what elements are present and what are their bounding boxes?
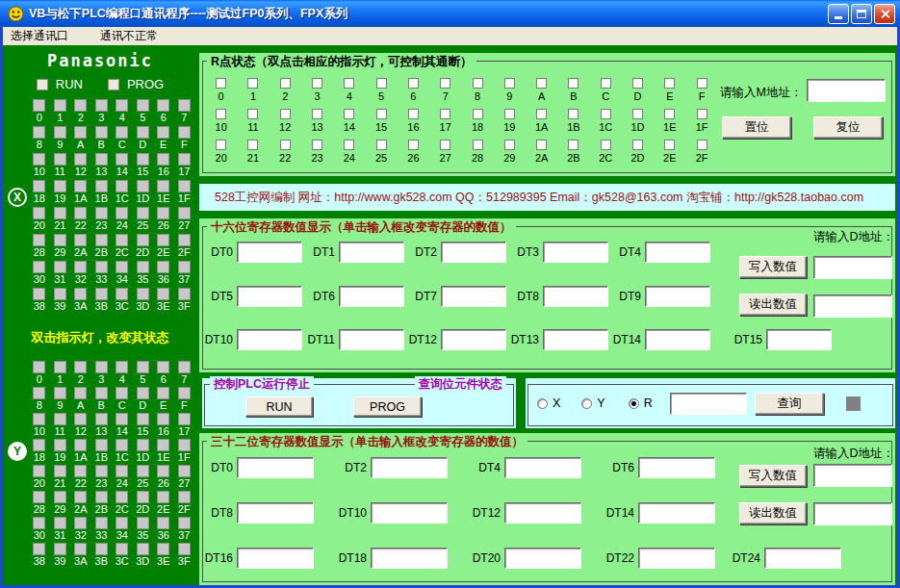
led-cell[interactable]: 2F bbox=[174, 491, 195, 517]
led-indicator[interactable] bbox=[116, 387, 128, 399]
r-led-indicator[interactable] bbox=[664, 109, 675, 119]
led-cell[interactable]: 32 bbox=[70, 261, 91, 288]
led-indicator[interactable] bbox=[137, 234, 149, 246]
led-indicator[interactable] bbox=[178, 465, 191, 477]
led-cell[interactable]: 23 bbox=[91, 465, 113, 491]
led-indicator[interactable] bbox=[178, 439, 191, 451]
led-indicator[interactable] bbox=[137, 126, 149, 139]
radio-group-y[interactable]: Y bbox=[581, 396, 604, 410]
register-input[interactable] bbox=[339, 286, 404, 307]
register-input[interactable] bbox=[504, 548, 581, 569]
run-indicator[interactable] bbox=[37, 79, 48, 90]
led-cell[interactable]: 8 bbox=[29, 387, 50, 413]
r-led-cell[interactable]: B bbox=[557, 78, 589, 109]
r-led-cell[interactable]: 15 bbox=[365, 109, 397, 140]
set-button[interactable]: 置位 bbox=[722, 116, 791, 139]
led-cell[interactable]: 1C bbox=[112, 180, 133, 207]
led-indicator[interactable] bbox=[74, 413, 87, 425]
register-input[interactable] bbox=[543, 286, 608, 307]
title-bar[interactable]: VB与松下PLC编程口通讯程序----测试过FP0系列、FPX系列 bbox=[0, 0, 900, 27]
led-indicator[interactable] bbox=[54, 99, 66, 112]
led-indicator[interactable] bbox=[137, 99, 149, 112]
r-led-cell[interactable]: 8 bbox=[461, 78, 493, 109]
led-cell[interactable]: 3A bbox=[70, 543, 91, 569]
r-led-indicator[interactable] bbox=[568, 78, 579, 89]
led-cell[interactable]: C bbox=[112, 387, 133, 413]
led-indicator[interactable] bbox=[116, 234, 128, 246]
led-cell[interactable]: 28 bbox=[29, 234, 50, 261]
led-indicator[interactable] bbox=[157, 153, 169, 166]
led-indicator[interactable] bbox=[178, 126, 191, 139]
r-led-cell[interactable]: 3 bbox=[301, 78, 333, 109]
minimize-button[interactable] bbox=[828, 4, 849, 24]
r-led-indicator[interactable] bbox=[280, 78, 291, 89]
led-cell[interactable]: 3C bbox=[112, 288, 133, 315]
led-indicator[interactable] bbox=[95, 517, 108, 529]
led-cell[interactable]: 10 bbox=[29, 413, 50, 439]
r-led-indicator[interactable] bbox=[601, 78, 611, 89]
radio-y[interactable] bbox=[581, 398, 592, 409]
r-led-indicator[interactable] bbox=[601, 109, 611, 119]
led-indicator[interactable] bbox=[137, 517, 149, 529]
led-cell[interactable]: 2E bbox=[153, 234, 174, 261]
led-indicator[interactable] bbox=[157, 517, 169, 529]
led-indicator[interactable] bbox=[157, 413, 169, 425]
led-indicator[interactable] bbox=[54, 153, 66, 166]
r-led-cell[interactable]: 0 bbox=[205, 78, 237, 109]
led-cell[interactable]: 26 bbox=[153, 207, 174, 234]
led-indicator[interactable] bbox=[178, 288, 191, 300]
led-cell[interactable]: 3D bbox=[133, 288, 154, 315]
led-cell[interactable]: 3F bbox=[174, 288, 195, 315]
led-indicator[interactable] bbox=[54, 126, 66, 139]
led-cell[interactable]: 33 bbox=[91, 517, 113, 543]
led-cell[interactable]: 11 bbox=[50, 153, 71, 180]
led-cell[interactable]: 13 bbox=[91, 413, 113, 439]
led-cell[interactable]: 2B bbox=[91, 234, 113, 261]
r-led-indicator[interactable] bbox=[536, 78, 547, 89]
led-indicator[interactable] bbox=[137, 261, 149, 273]
led-indicator[interactable] bbox=[157, 207, 169, 219]
led-cell[interactable]: 1D bbox=[133, 439, 154, 465]
read-value-button[interactable]: 读出数值 bbox=[739, 502, 807, 524]
led-cell[interactable]: 2B bbox=[91, 491, 113, 517]
maximize-button[interactable] bbox=[851, 4, 872, 24]
led-indicator[interactable] bbox=[95, 153, 108, 166]
led-cell[interactable]: 31 bbox=[50, 261, 71, 288]
r-led-indicator[interactable] bbox=[632, 109, 643, 119]
led-cell[interactable]: 1D bbox=[133, 180, 154, 207]
led-indicator[interactable] bbox=[95, 543, 108, 555]
led-indicator[interactable] bbox=[137, 543, 149, 555]
led-cell[interactable]: 17 bbox=[174, 153, 195, 180]
led-cell[interactable]: 34 bbox=[112, 517, 133, 543]
led-indicator[interactable] bbox=[54, 387, 66, 399]
register-input[interactable] bbox=[638, 548, 715, 569]
led-indicator[interactable] bbox=[116, 261, 128, 273]
prog-indicator[interactable] bbox=[108, 79, 119, 90]
r-led-cell[interactable]: 1C bbox=[590, 109, 622, 140]
r-led-indicator[interactable] bbox=[440, 78, 450, 89]
r-led-cell[interactable]: 7 bbox=[429, 78, 461, 109]
r-led-indicator[interactable] bbox=[697, 78, 707, 89]
led-indicator[interactable] bbox=[116, 361, 128, 373]
led-indicator[interactable] bbox=[54, 465, 66, 477]
led-cell[interactable]: 34 bbox=[112, 261, 133, 288]
r-led-cell[interactable]: 14 bbox=[333, 109, 365, 140]
led-indicator[interactable] bbox=[74, 126, 87, 139]
led-indicator[interactable] bbox=[74, 543, 87, 555]
led-cell[interactable]: 6 bbox=[153, 361, 174, 387]
led-cell[interactable]: B bbox=[91, 126, 113, 153]
led-cell[interactable]: 1C bbox=[112, 439, 133, 465]
register-input[interactable] bbox=[237, 548, 314, 569]
r-led-indicator[interactable] bbox=[536, 109, 547, 119]
led-indicator[interactable] bbox=[116, 180, 128, 192]
led-cell[interactable]: 19 bbox=[50, 439, 71, 465]
led-indicator[interactable] bbox=[33, 180, 45, 192]
r-led-cell[interactable]: 5 bbox=[365, 78, 397, 109]
led-cell[interactable]: 15 bbox=[133, 153, 154, 180]
led-cell[interactable]: 5 bbox=[133, 99, 154, 126]
led-indicator[interactable] bbox=[157, 387, 169, 399]
led-indicator[interactable] bbox=[157, 261, 169, 273]
led-indicator[interactable] bbox=[33, 234, 45, 246]
r-led-cell[interactable]: 1D bbox=[622, 109, 654, 140]
led-cell[interactable]: 14 bbox=[112, 413, 133, 439]
